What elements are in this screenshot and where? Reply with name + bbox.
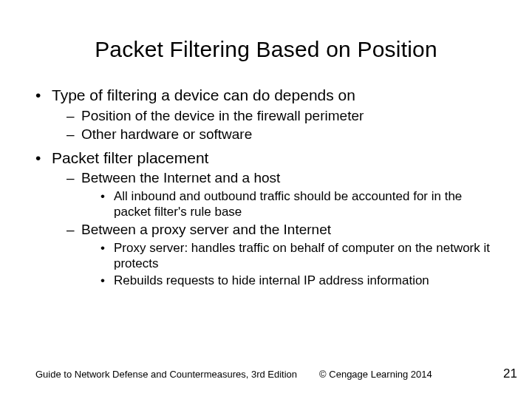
bullet-l2: Between a proxy server and the Internet … (66, 221, 497, 288)
bullet-text: Rebuilds requests to hide internal IP ad… (114, 273, 429, 287)
slide-title: Packet Filtering Based on Position (35, 37, 497, 62)
bullet-l2: Between the Internet and a host All inbo… (66, 169, 497, 219)
bullet-text: Between the Internet and a host (81, 170, 280, 185)
sub-list: Between the Internet and a host All inbo… (35, 169, 497, 288)
bullet-l3: Rebuilds requests to hide internal IP ad… (100, 273, 497, 288)
bullet-text: Position of the device in the firewall p… (81, 108, 364, 123)
bullet-l3: Proxy server: handles traffic on behalf … (100, 240, 497, 272)
bullet-text: Between a proxy server and the Internet (81, 222, 331, 237)
footer-source: Guide to Network Defense and Countermeas… (35, 369, 297, 380)
sub-list: Position of the device in the firewall p… (35, 107, 497, 144)
bullet-l2: Other hardware or software (66, 126, 497, 143)
footer: Guide to Network Defense and Countermeas… (35, 366, 517, 381)
bullet-text: All inbound and outbound traffic should … (114, 189, 462, 219)
slide: Packet Filtering Based on Position Type … (0, 0, 532, 399)
bullet-l1: Packet filter placement Between the Inte… (35, 149, 497, 289)
bullet-text: Type of filtering a device can do depend… (52, 86, 355, 103)
sub-sub-list: All inbound and outbound traffic should … (66, 188, 497, 220)
bullet-l2: Position of the device in the firewall p… (66, 107, 497, 125)
slide-number: 21 (503, 366, 517, 381)
sub-sub-list: Proxy server: handles traffic on behalf … (66, 240, 497, 289)
bullet-l3: All inbound and outbound traffic should … (100, 188, 497, 220)
footer-copyright: © Cengage Learning 2014 (319, 369, 432, 380)
bullet-text: Proxy server: handles traffic on behalf … (114, 241, 490, 270)
bullet-list: Type of filtering a device can do depend… (35, 86, 497, 288)
bullet-l1: Type of filtering a device can do depend… (35, 86, 497, 144)
bullet-text: Other hardware or software (81, 126, 252, 142)
bullet-text: Packet filter placement (52, 149, 208, 166)
